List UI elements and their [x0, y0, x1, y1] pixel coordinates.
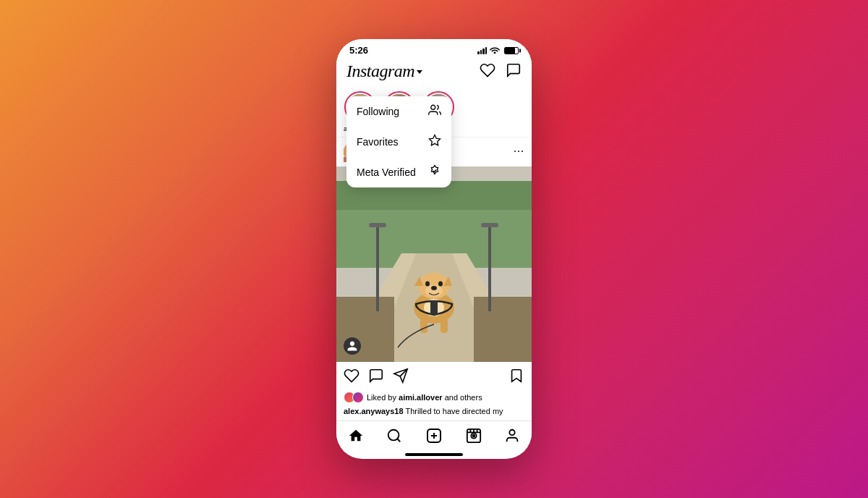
following-label: Following — [357, 106, 399, 117]
post-actions — [336, 362, 532, 390]
wifi-icon — [490, 46, 500, 55]
messenger-icon[interactable] — [506, 62, 522, 80]
nav-add-button[interactable] — [425, 427, 443, 444]
svg-rect-26 — [336, 297, 394, 362]
verified-icon — [428, 164, 441, 180]
favorites-label: Favorites — [357, 136, 399, 148]
share-button[interactable] — [393, 368, 409, 387]
caption-username: alex.anyways18 — [344, 407, 404, 415]
likes-text: Liked by aimi.allover and others — [367, 393, 482, 402]
svg-point-35 — [431, 286, 437, 290]
header-action-icons — [480, 62, 522, 80]
star-icon — [428, 134, 441, 150]
svg-rect-31 — [481, 223, 498, 227]
like-avatar-2 — [352, 392, 364, 403]
instagram-logo: Instagram — [346, 62, 414, 81]
svg-point-37 — [438, 282, 443, 287]
feed-filter-dropdown: Following Favorites — [346, 96, 451, 187]
svg-rect-42 — [441, 318, 448, 333]
logo-dropdown-button[interactable]: Instagram — [346, 62, 422, 81]
status-time: 5:26 — [349, 45, 368, 56]
post-more-options[interactable]: ··· — [514, 145, 524, 159]
svg-rect-28 — [376, 224, 379, 311]
home-indicator — [405, 453, 463, 456]
like-button[interactable] — [344, 368, 359, 387]
liked-by-username[interactable]: aimi.allover — [399, 393, 443, 402]
phone-mockup: 5:26 Instagram — [336, 39, 532, 459]
svg-rect-29 — [488, 224, 491, 311]
svg-point-54 — [472, 435, 475, 437]
nav-search-button[interactable] — [386, 428, 402, 444]
svg-marker-1 — [430, 135, 441, 145]
heart-icon[interactable] — [480, 62, 495, 80]
liked-by-avatars — [344, 392, 364, 403]
bottom-nav — [336, 421, 532, 453]
svg-rect-41 — [420, 318, 427, 333]
bookmark-button[interactable] — [509, 368, 524, 387]
svg-rect-27 — [474, 297, 532, 362]
story-overlay-avatar — [344, 337, 361, 355]
dropdown-item-meta-verified[interactable]: Meta Verified — [346, 157, 451, 187]
svg-point-59 — [510, 430, 515, 435]
svg-point-47 — [388, 430, 399, 441]
dropdown-item-following[interactable]: Following — [346, 96, 451, 127]
post-caption: alex.anyways18 Thrilled to have directed… — [336, 405, 532, 421]
svg-rect-30 — [369, 223, 386, 227]
people-icon — [428, 104, 441, 119]
chevron-down-icon — [417, 70, 422, 74]
svg-line-48 — [398, 439, 401, 442]
svg-point-0 — [431, 105, 435, 109]
comment-button[interactable] — [368, 368, 384, 387]
status-bar: 5:26 — [336, 39, 532, 59]
svg-point-36 — [425, 282, 430, 287]
battery-icon — [504, 47, 519, 54]
dropdown-item-favorites[interactable]: Favorites — [346, 127, 451, 157]
nav-reels-button[interactable] — [466, 428, 482, 444]
signal-icon — [477, 47, 487, 54]
post-image — [336, 166, 532, 362]
nav-profile-button[interactable] — [504, 428, 520, 444]
post-likes: Liked by aimi.allover and others — [336, 390, 532, 405]
svg-rect-43 — [430, 300, 438, 315]
nav-home-button[interactable] — [348, 428, 364, 444]
meta-verified-label: Meta Verified — [357, 166, 416, 178]
status-icons — [477, 46, 519, 55]
app-header: Instagram Following — [336, 59, 532, 87]
